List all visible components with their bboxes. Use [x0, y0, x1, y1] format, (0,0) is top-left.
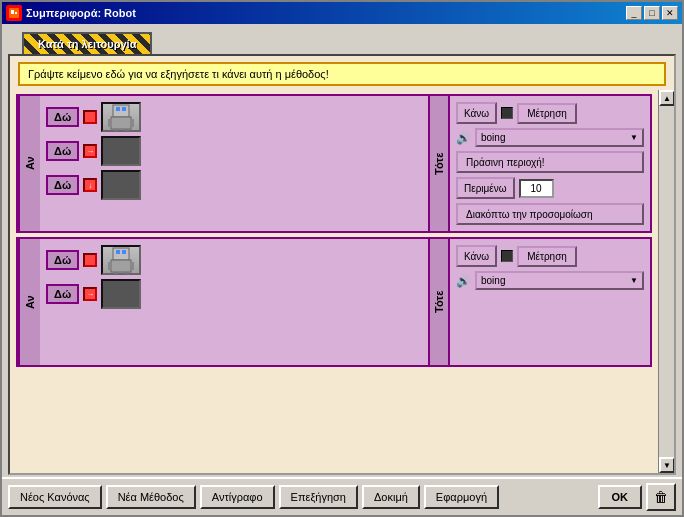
cond-dark-image — [101, 136, 141, 166]
condition-row-2a: Δώ — [46, 245, 422, 275]
svg-rect-15 — [108, 262, 112, 270]
svg-rect-4 — [116, 107, 120, 111]
rules-area[interactable]: Αν Δώ — [10, 90, 658, 473]
action-wait-row: Περιμένω — [456, 177, 644, 199]
wait-btn[interactable]: Περιμένω — [456, 177, 515, 199]
scroll-down-button[interactable]: ▼ — [659, 457, 674, 473]
cond-dot-red[interactable] — [83, 110, 97, 124]
svg-rect-6 — [111, 117, 131, 129]
tote-label: Τότε — [428, 96, 450, 231]
wait-input[interactable] — [519, 179, 554, 198]
svg-rect-8 — [130, 119, 134, 127]
apply-button[interactable]: Εφαρμογή — [424, 485, 499, 509]
cond-robot-image — [101, 102, 141, 132]
new-rule-button[interactable]: Νέος Κανόνας — [8, 485, 102, 509]
green-area-button[interactable]: Πράσινη περιοχή! — [456, 151, 644, 173]
cond-dark-image-2 — [101, 279, 141, 309]
boing-dropdown[interactable]: boing ▼ — [475, 128, 644, 147]
rule-actions-2: Κάνω Μέτρηση 🔊 boing ▼ — [450, 239, 650, 365]
sound-icon-2: 🔊 — [456, 274, 471, 288]
window-icon — [6, 5, 22, 21]
svg-rect-2 — [15, 12, 17, 14]
svg-rect-17 — [113, 272, 118, 274]
rule-actions: Κάνω Μέτρηση 🔊 boing ▼ — [450, 96, 650, 231]
condition-row: Δώ — [46, 102, 422, 132]
boing-dropdown-2[interactable]: boing ▼ — [475, 271, 644, 290]
scrollbar-right[interactable]: ▲ ▼ — [658, 90, 674, 473]
action-kano-btn: Κάνω — [456, 102, 497, 124]
rule-conditions: Δώ — [40, 96, 428, 231]
dropdown-arrow-icon-2: ▼ — [630, 276, 638, 285]
svg-rect-1 — [11, 10, 14, 14]
svg-rect-12 — [116, 250, 120, 254]
minimize-button[interactable]: _ — [626, 6, 642, 20]
scroll-track — [659, 106, 674, 457]
svg-rect-13 — [122, 250, 126, 254]
cond-label-2a: Δώ — [46, 250, 79, 270]
scroll-up-button[interactable]: ▲ — [659, 90, 674, 106]
dropdown-arrow-icon: ▼ — [630, 133, 638, 142]
measure-button-2[interactable]: Μέτρηση — [517, 246, 577, 267]
tabbar: Κατά τη λειτουργία — [2, 24, 682, 54]
cond-label: Δώ — [46, 175, 79, 195]
maximize-button[interactable]: □ — [644, 6, 660, 20]
action-dot[interactable] — [501, 107, 513, 119]
measure-button[interactable]: Μέτρηση — [517, 103, 577, 124]
cond-dot-arrow-2[interactable]: → — [83, 287, 97, 301]
svg-rect-5 — [122, 107, 126, 111]
svg-rect-9 — [113, 129, 118, 131]
condition-row: Δώ → — [46, 136, 422, 166]
close-button[interactable]: ✕ — [662, 6, 678, 20]
condition-row-2b: Δώ → — [46, 279, 422, 309]
titlebar: Συμπεριφορά: Robot _ □ ✕ — [2, 2, 682, 24]
action-kano-btn-2: Κάνω — [456, 245, 497, 267]
ok-button[interactable]: OK — [598, 485, 643, 509]
svg-rect-3 — [113, 105, 129, 117]
window-title: Συμπεριφορά: Robot — [26, 7, 626, 19]
tab-operation[interactable]: Κατά τη λειτουργία — [22, 32, 152, 54]
copy-button[interactable]: Αντίγραφο — [200, 485, 275, 509]
action-dot-2[interactable] — [501, 250, 513, 262]
av-label: Αν — [18, 96, 40, 231]
cond-robot-image-2 — [101, 245, 141, 275]
action-sound-row-2: 🔊 boing ▼ — [456, 271, 644, 290]
action-measure-row-2: Κάνω Μέτρηση — [456, 245, 644, 267]
cond-label-2b: Δώ — [46, 284, 79, 304]
explain-button[interactable]: Επεξήγηση — [279, 485, 358, 509]
instruction-bar: Γράψτε κείμενο εδώ για να εξηγήσετε τι κ… — [18, 62, 666, 86]
cond-dot-red-2[interactable] — [83, 253, 97, 267]
disconnect-button[interactable]: Διακόπτω την προσομοίωση — [456, 203, 644, 225]
trash-icon: 🗑 — [654, 489, 668, 505]
rule-block-2: Αν Δώ — [16, 237, 652, 367]
cond-dot-down[interactable]: ↓ — [83, 178, 97, 192]
action-measure-row: Κάνω Μέτρηση — [456, 102, 644, 124]
cond-dot-arrow[interactable]: → — [83, 144, 97, 158]
cond-dark-image2 — [101, 170, 141, 200]
tote-label-2: Τότε — [428, 239, 450, 365]
rule-conditions-2: Δώ — [40, 239, 428, 365]
rule-block: Αν Δώ — [16, 94, 652, 233]
svg-rect-16 — [130, 262, 134, 270]
sound-icon: 🔊 — [456, 131, 471, 145]
trash-button[interactable]: 🗑 — [646, 483, 676, 511]
window-controls: _ □ ✕ — [626, 6, 678, 20]
av-label-2: Αν — [18, 239, 40, 365]
svg-rect-7 — [108, 119, 112, 127]
svg-rect-10 — [124, 129, 129, 131]
cond-label: Δώ — [46, 141, 79, 161]
svg-rect-14 — [111, 260, 131, 272]
toolbar: Νέος Κανόνας Νέα Μέθοδος Αντίγραφο Επεξή… — [2, 477, 682, 515]
new-method-button[interactable]: Νέα Μέθοδος — [106, 485, 196, 509]
action-sound-row: 🔊 boing ▼ — [456, 128, 644, 147]
svg-rect-18 — [124, 272, 129, 274]
cond-label: Δώ — [46, 107, 79, 127]
svg-rect-11 — [113, 248, 129, 260]
main-window: Συμπεριφορά: Robot _ □ ✕ Κατά τη λειτουρ… — [0, 0, 684, 517]
condition-row: Δώ ↓ — [46, 170, 422, 200]
test-button[interactable]: Δοκιμή — [362, 485, 420, 509]
